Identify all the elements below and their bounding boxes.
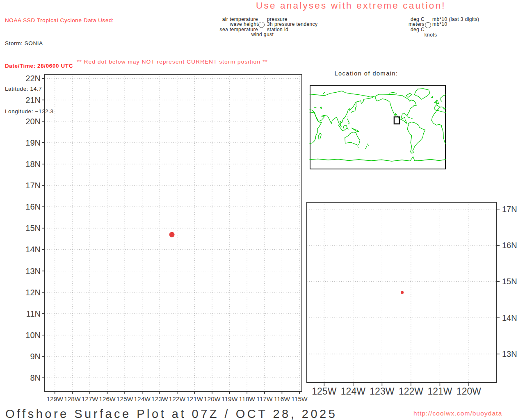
coastlines <box>310 89 446 161</box>
y-tick-label: 9N <box>30 352 41 361</box>
y-tick-label: 14N <box>502 313 517 322</box>
x-tick-label: 127W <box>82 395 98 402</box>
x-tick-label: 120W <box>204 395 221 402</box>
y-tick-label: 22N <box>25 74 41 83</box>
x-tick-label: 123W <box>370 386 394 397</box>
x-tick-label: 124W <box>134 395 151 402</box>
source-url[interactable]: http://coolwx.com/buoydata <box>413 410 502 417</box>
axis-ticks-and-labels: 125W124W123W122W121W120W17N16N15N14N13N <box>312 205 517 397</box>
x-tick-label: 122W <box>399 386 423 397</box>
plot-title: Offshore Surface Plot at 07Z / OCT 28, 2… <box>5 407 337 420</box>
x-tick-label: 121W <box>186 395 203 402</box>
y-tick-label: 17N <box>25 181 41 190</box>
y-tick-label: 20N <box>25 117 41 126</box>
x-tick-label: 119W <box>221 395 238 402</box>
x-tick-label: 125W <box>312 386 336 397</box>
x-tick-label: 115W <box>291 395 308 402</box>
x-tick-label: 120W <box>457 386 481 397</box>
plots-overlay: 129W128W127W126W125W124W123W122W121W120W… <box>0 0 525 420</box>
y-tick-label: 11N <box>26 309 41 318</box>
y-tick-label: 18N <box>25 160 41 169</box>
x-tick-label: 125W <box>116 395 133 402</box>
y-tick-label: 15N <box>502 277 517 286</box>
y-tick-label: 10N <box>25 331 41 340</box>
storm-dot <box>401 291 404 294</box>
y-tick-label: 15N <box>25 224 41 233</box>
y-tick-label: 12N <box>25 288 41 297</box>
y-tick-label: 21N <box>25 96 41 105</box>
zoom-domain-plot: 125W124W123W122W121W120W17N16N15N14N13N <box>307 202 517 397</box>
y-tick-label: 17N <box>502 205 517 214</box>
x-tick-label: 123W <box>151 395 168 402</box>
y-tick-label: 8N <box>30 373 41 382</box>
x-tick-label: 117W <box>256 395 273 402</box>
y-tick-label: 16N <box>25 202 41 211</box>
x-tick-label: 129W <box>46 395 63 402</box>
x-tick-label: 126W <box>99 395 116 402</box>
world-map-border <box>310 86 445 169</box>
world-map <box>310 86 446 169</box>
x-tick-label: 118W <box>239 395 256 402</box>
x-tick-label: 128W <box>64 395 81 402</box>
x-tick-label: 121W <box>427 386 452 397</box>
y-tick-label: 19N <box>25 138 41 147</box>
y-tick-label: 13N <box>502 349 517 358</box>
offshore-surface-plot-page: NOAA SSD Tropical Cyclone Data Used: Sto… <box>0 0 525 420</box>
x-tick-label: 122W <box>169 395 186 402</box>
x-tick-label: 124W <box>341 386 365 397</box>
x-tick-label: 116W <box>274 395 290 402</box>
axis-ticks-and-labels: 129W128W127W126W125W124W123W122W121W120W… <box>25 74 308 402</box>
y-tick-label: 13N <box>25 267 41 276</box>
storm-dot <box>169 232 175 237</box>
y-tick-label: 14N <box>25 245 41 254</box>
main-domain-plot: 129W128W127W126W125W124W123W122W121W120W… <box>25 74 308 402</box>
y-tick-label: 16N <box>502 241 517 250</box>
